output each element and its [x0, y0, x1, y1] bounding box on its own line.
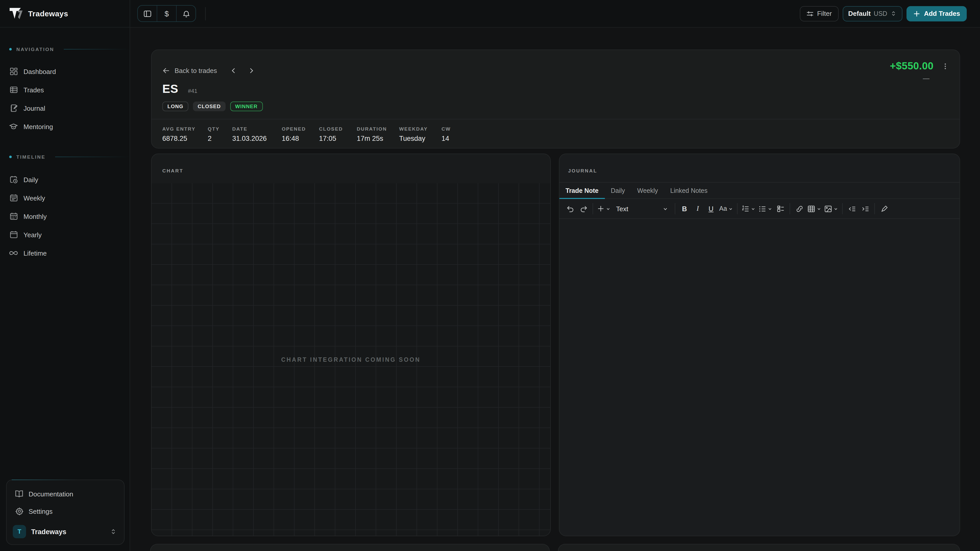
plus-icon	[913, 10, 920, 17]
chevron-down-icon	[662, 206, 668, 211]
underline-button[interactable]: U	[704, 202, 718, 215]
sidebar-item-trades[interactable]: Trades	[0, 81, 130, 99]
undo-button[interactable]	[563, 202, 577, 215]
typography-dropdown[interactable]: Aa	[718, 202, 735, 215]
checklist-button[interactable]	[774, 202, 788, 215]
prev-trade-button[interactable]	[230, 67, 237, 74]
table-insert-button[interactable]	[806, 202, 823, 215]
redo-button[interactable]	[577, 202, 590, 215]
calendar-dots-icon	[9, 212, 18, 221]
next-trade-button[interactable]	[248, 67, 255, 74]
link-button[interactable]	[793, 202, 806, 215]
topbar-icon-group: $	[137, 5, 196, 22]
brand: Tradeways	[0, 0, 130, 27]
sidebar-item-dashboard[interactable]: Dashboard	[0, 62, 130, 81]
indent-button[interactable]	[859, 202, 872, 215]
sidebar-item-documentation[interactable]: Documentation	[11, 485, 120, 503]
image-insert-button[interactable]	[823, 202, 840, 215]
chart-panel-title: CHART	[162, 168, 183, 173]
stat-weekday: WEEKDAY Tuesday	[399, 126, 442, 142]
stats-divider	[151, 119, 959, 119]
section-dot-icon	[9, 156, 12, 158]
chevron-up-down-icon	[890, 10, 897, 17]
section-dot-icon	[9, 48, 12, 50]
badge-result: WINNER	[230, 102, 262, 111]
tab-trade-note[interactable]: Trade Note	[559, 183, 605, 198]
sidebar-item-journal[interactable]: Journal	[0, 99, 130, 118]
back-to-trades-link[interactable]: Back to trades	[162, 67, 217, 75]
topbar-main: $ Filte	[130, 0, 980, 27]
sidebar-item-mentoring[interactable]: Mentoring	[0, 118, 130, 136]
panel-left-icon[interactable]	[138, 6, 157, 21]
topbar-divider	[205, 7, 206, 20]
italic-button[interactable]: I	[691, 202, 704, 215]
stat-qty: QTY 2	[208, 126, 232, 142]
badge-direction: LONG	[162, 102, 189, 111]
stat-avg-entry: AVG ENTRY 6878.25	[162, 126, 208, 142]
dollar-icon[interactable]: $	[157, 6, 176, 21]
chart-placeholder-text: CHART INTEGRATION COMING SOON	[281, 356, 421, 362]
topbar: Tradeways $	[0, 0, 980, 27]
tab-linked-notes[interactable]: Linked Notes	[664, 183, 714, 198]
sidebar-item-yearly[interactable]: Yearly	[0, 225, 130, 244]
chevron-down-icon	[768, 206, 773, 211]
notebook-pen-icon	[9, 104, 18, 112]
sidebar-item-daily[interactable]: Daily	[0, 170, 130, 189]
sidebar-section-navigation: NAVIGATION	[0, 45, 130, 53]
journal-tabs: Trade Note Daily Weekly Linked Notes	[559, 183, 959, 199]
trade-pnl: +$550.00	[890, 60, 934, 72]
chevron-down-icon	[606, 206, 611, 211]
ordered-list-button[interactable]	[740, 202, 757, 215]
kebab-menu-icon[interactable]	[942, 62, 949, 70]
tab-daily[interactable]: Daily	[605, 183, 631, 198]
bullet-list-button[interactable]	[757, 202, 774, 215]
bell-icon[interactable]	[177, 6, 196, 21]
tab-weekly[interactable]: Weekly	[631, 183, 664, 198]
account-name: Default	[848, 10, 870, 17]
stat-closed: CLOSED 17:05	[319, 126, 357, 142]
bold-button[interactable]: B	[678, 202, 691, 215]
filter-button[interactable]: Filter	[800, 6, 838, 21]
journal-editor[interactable]	[559, 219, 959, 536]
add-trades-button[interactable]: Add Trades	[907, 6, 967, 21]
highlighter-button[interactable]	[878, 202, 891, 215]
tradeways-logo-icon	[9, 6, 23, 21]
editor-toolbar: Text B I U Aa	[559, 199, 959, 219]
outdent-button[interactable]	[845, 202, 859, 215]
bottom-right-panel	[558, 544, 960, 551]
workspace-switcher[interactable]: T Tradeways	[11, 525, 120, 538]
gear-icon	[15, 507, 24, 515]
trade-header-card: Back to trades	[151, 49, 960, 148]
badge-status: CLOSED	[193, 102, 226, 111]
brand-name: Tradeways	[28, 9, 68, 18]
chevron-down-icon	[751, 206, 756, 211]
chevron-down-icon	[834, 206, 838, 211]
sidebar-item-lifetime[interactable]: Lifetime	[0, 244, 130, 262]
account-selector[interactable]: Default USD	[842, 6, 902, 21]
insert-block-button[interactable]	[596, 202, 612, 215]
chart-panel: CHART CHART INTEGRATION COMING SOON	[151, 154, 551, 536]
graduation-cap-icon	[9, 122, 18, 130]
add-trades-label: Add Trades	[924, 10, 960, 17]
dashboard-icon	[9, 67, 18, 76]
book-open-icon	[15, 490, 24, 498]
arrow-left-icon	[162, 67, 170, 75]
bottom-left-panel	[150, 544, 550, 551]
trade-number: #41	[188, 88, 197, 94]
journal-panel: JOURNAL Trade Note Daily Weekly Linked N…	[559, 154, 960, 536]
workspace-name: Tradeways	[31, 528, 105, 535]
bottom-panels	[151, 544, 960, 551]
stat-duration: DURATION 17m 25s	[357, 126, 399, 142]
calendar-lines-icon	[9, 194, 18, 202]
sidebar-item-settings[interactable]: Settings	[11, 503, 120, 520]
text-style-dropdown[interactable]: Text	[612, 202, 672, 215]
topbar-right: Filter Default USD	[800, 6, 967, 21]
chevron-up-down-icon	[110, 528, 117, 535]
app-root: Tradeways $	[0, 0, 980, 551]
trade-symbol: ES	[162, 82, 178, 96]
sidebar-item-monthly[interactable]: Monthly	[0, 207, 130, 225]
sidebar: NAVIGATION Dashboard	[0, 27, 130, 551]
stat-cw: CW 14	[442, 126, 451, 142]
filter-label: Filter	[817, 10, 832, 17]
sidebar-item-weekly[interactable]: Weekly	[0, 189, 130, 207]
